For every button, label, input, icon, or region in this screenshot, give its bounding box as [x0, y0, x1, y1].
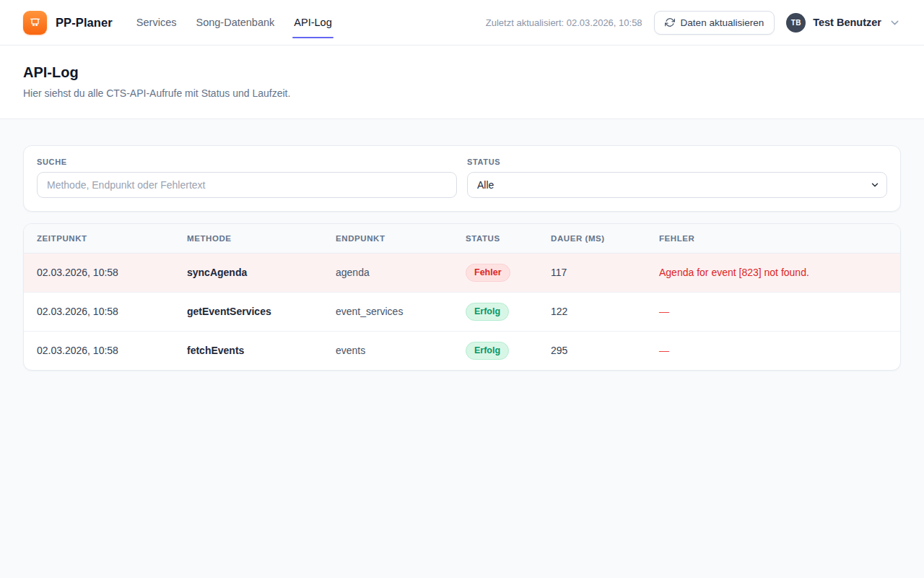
cell-zeitpunkt: 02.03.2026, 10:58	[24, 254, 174, 293]
page-title: API-Log	[23, 64, 901, 81]
refresh-icon	[665, 17, 675, 27]
page-subtitle: Hier siehst du alle CTS-API-Aufrufe mit …	[23, 87, 901, 99]
refresh-data-button[interactable]: Daten aktualisieren	[654, 11, 775, 35]
user-menu[interactable]: TB Test Benutzer	[786, 13, 901, 33]
status-field-group: Status Alle	[467, 158, 887, 198]
status-select-wrap: Alle	[467, 172, 887, 198]
nav-item-services[interactable]: Services	[136, 14, 177, 31]
chevron-down-icon	[889, 17, 901, 29]
cell-zeitpunkt: 02.03.2026, 10:58	[24, 292, 174, 331]
cell-methode: fetchEvents	[174, 331, 323, 369]
cell-zeitpunkt: 02.03.2026, 10:58	[24, 331, 174, 369]
table-row: 02.03.2026, 10:58 getEventServices event…	[24, 292, 900, 331]
status-badge: Erfolg	[466, 342, 509, 360]
col-header-status: Status	[453, 224, 538, 254]
table-row: 02.03.2026, 10:58 fetchEvents events Erf…	[24, 331, 900, 369]
user-name: Test Benutzer	[813, 17, 881, 28]
avatar: TB	[786, 13, 806, 33]
topbar-right: Zuletzt aktualisiert: 02.03.2026, 10:58 …	[486, 11, 901, 35]
cell-methode: syncAgenda	[174, 254, 323, 293]
cell-fehler: —	[646, 331, 900, 369]
col-header-zeitpunkt: Zeitpunkt	[24, 224, 174, 254]
table-row: 02.03.2026, 10:58 syncAgenda agenda Fehl…	[24, 254, 900, 293]
nav-item-song-datenbank[interactable]: Song-Datenbank	[196, 14, 274, 31]
main-content: Suche Status Alle	[0, 119, 924, 397]
cell-endpunkt: event_services	[323, 292, 453, 331]
cell-fehler: Agenda for event [823] not found.	[646, 254, 900, 293]
cell-status: Erfolg	[453, 292, 538, 331]
status-label: Status	[467, 158, 887, 166]
search-input[interactable]	[37, 172, 457, 198]
cell-dauer: 295	[538, 331, 646, 369]
col-header-methode: Methode	[174, 224, 323, 254]
cell-fehler: —	[646, 292, 900, 331]
last-updated-text: Zuletzt aktualisiert: 02.03.2026, 10:58	[486, 17, 642, 28]
cell-status: Fehler	[453, 254, 538, 293]
search-field-group: Suche	[37, 158, 457, 198]
cell-methode: getEventServices	[174, 292, 323, 331]
cell-status: Erfolg	[453, 331, 538, 369]
search-label: Suche	[37, 158, 457, 166]
status-badge: Erfolg	[466, 303, 509, 321]
api-log-table-card: Zeitpunkt Methode Endpunkt Status Dauer …	[23, 223, 901, 371]
cell-endpunkt: agenda	[323, 254, 453, 293]
table-header-row: Zeitpunkt Methode Endpunkt Status Dauer …	[24, 224, 900, 254]
presentation-screen-icon	[28, 16, 42, 30]
brand-name: PP-Planer	[56, 16, 113, 30]
status-select[interactable]: Alle	[467, 172, 887, 198]
col-header-dauer: Dauer (ms)	[538, 224, 646, 254]
status-badge: Fehler	[466, 264, 510, 282]
nav-item-api-log[interactable]: API-Log	[294, 14, 331, 31]
cell-dauer: 117	[538, 254, 646, 293]
page-heading-section: API-Log Hier siehst du alle CTS-API-Aufr…	[0, 46, 924, 119]
filter-card: Suche Status Alle	[23, 145, 901, 212]
col-header-endpunkt: Endpunkt	[323, 224, 453, 254]
brand[interactable]: PP-Planer	[23, 11, 113, 35]
api-log-table: Zeitpunkt Methode Endpunkt Status Dauer …	[24, 224, 900, 370]
refresh-button-label: Daten aktualisieren	[681, 17, 764, 28]
main-nav: Services Song-Datenbank API-Log	[136, 14, 332, 31]
topbar: PP-Planer Services Song-Datenbank API-Lo…	[0, 0, 924, 46]
cell-endpunkt: events	[323, 331, 453, 369]
col-header-fehler: Fehler	[646, 224, 900, 254]
app-logo	[23, 11, 47, 35]
cell-dauer: 122	[538, 292, 646, 331]
